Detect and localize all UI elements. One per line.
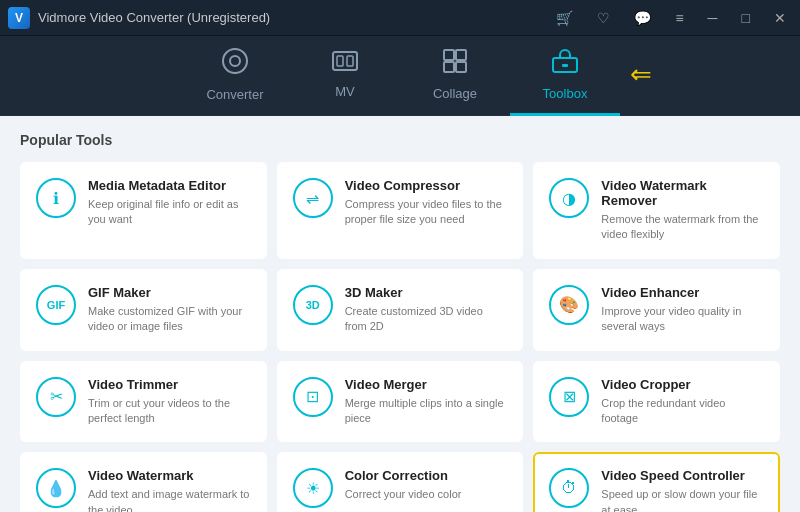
tool-name-media-metadata-editor: Media Metadata Editor	[88, 178, 251, 193]
tools-grid: ℹ Media Metadata Editor Keep original fi…	[20, 162, 780, 512]
tool-desc-video-compressor: Compress your video files to the proper …	[345, 197, 508, 228]
svg-rect-6	[456, 50, 466, 60]
mv-icon	[331, 50, 359, 78]
nav-collage[interactable]: Collage	[400, 36, 510, 116]
section-title: Popular Tools	[20, 132, 780, 148]
tool-desc-video-speed-controller: Speed up or slow down your file at ease	[601, 487, 764, 512]
tool-color-correction[interactable]: ☀ Color Correction Correct your video co…	[277, 452, 524, 512]
tool-desc-video-enhancer: Improve your video quality in several wa…	[601, 304, 764, 335]
nav-toolbox-label: Toolbox	[543, 86, 588, 101]
nav-mv-label: MV	[335, 84, 355, 99]
3d-maker-icon: 3D	[293, 285, 333, 325]
tool-desc-video-merger: Merge multiple clips into a single piece	[345, 396, 508, 427]
title-bar-controls: 🛒 ♡ 💬 ≡ ─ □ ✕	[550, 8, 792, 28]
close-icon[interactable]: ✕	[768, 8, 792, 28]
maximize-icon[interactable]: □	[736, 8, 756, 28]
tool-desc-video-watermark: Add text and image watermark to the vide…	[88, 487, 251, 512]
svg-rect-4	[347, 56, 353, 66]
tool-video-speed-controller[interactable]: ⏱ Video Speed Controller Speed up or slo…	[533, 452, 780, 512]
video-enhancer-icon: 🎨	[549, 285, 589, 325]
nav-toolbox[interactable]: Toolbox ⇐	[510, 36, 620, 116]
tool-name-video-speed-controller: Video Speed Controller	[601, 468, 764, 483]
tool-desc-video-trimmer: Trim or cut your videos to the perfect l…	[88, 396, 251, 427]
main-content: Popular Tools ℹ Media Metadata Editor Ke…	[0, 116, 800, 512]
tool-video-merger[interactable]: ⊡ Video Merger Merge multiple clips into…	[277, 361, 524, 443]
tool-gif-maker[interactable]: GIF GIF Maker Make customized GIF with y…	[20, 269, 267, 351]
menu-icon[interactable]: ≡	[669, 8, 689, 28]
nav-collage-label: Collage	[433, 86, 477, 101]
minimize-icon[interactable]: ─	[702, 8, 724, 28]
video-speed-controller-icon: ⏱	[549, 468, 589, 508]
nav-mv[interactable]: MV	[290, 36, 400, 116]
cart-icon[interactable]: 🛒	[550, 8, 579, 28]
tool-desc-media-metadata-editor: Keep original file info or edit as you w…	[88, 197, 251, 228]
app-title: Vidmore Video Converter (Unregistered)	[38, 10, 270, 25]
tool-desc-gif-maker: Make customized GIF with your video or i…	[88, 304, 251, 335]
video-watermark-remover-icon: ◑	[549, 178, 589, 218]
svg-rect-8	[456, 62, 466, 72]
collage-icon	[442, 48, 468, 80]
media-metadata-editor-icon: ℹ	[36, 178, 76, 218]
tool-name-video-trimmer: Video Trimmer	[88, 377, 251, 392]
top-nav: Converter MV Collage	[0, 36, 800, 116]
tool-video-watermark[interactable]: 💧 Video Watermark Add text and image wat…	[20, 452, 267, 512]
nav-converter-label: Converter	[206, 87, 263, 102]
tool-name-video-merger: Video Merger	[345, 377, 508, 392]
tool-video-enhancer[interactable]: 🎨 Video Enhancer Improve your video qual…	[533, 269, 780, 351]
tool-name-video-watermark: Video Watermark	[88, 468, 251, 483]
nav-converter[interactable]: Converter	[180, 36, 290, 116]
tool-name-gif-maker: GIF Maker	[88, 285, 251, 300]
video-watermark-icon: 💧	[36, 468, 76, 508]
svg-point-0	[223, 49, 247, 73]
toolbox-icon	[551, 48, 579, 80]
tool-name-3d-maker: 3D Maker	[345, 285, 508, 300]
tool-name-video-enhancer: Video Enhancer	[601, 285, 764, 300]
title-bar: V Vidmore Video Converter (Unregistered)…	[0, 0, 800, 36]
tool-media-metadata-editor[interactable]: ℹ Media Metadata Editor Keep original fi…	[20, 162, 267, 259]
title-bar-left: V Vidmore Video Converter (Unregistered)	[8, 7, 270, 29]
tool-name-video-compressor: Video Compressor	[345, 178, 508, 193]
video-cropper-icon: ⊠	[549, 377, 589, 417]
video-merger-icon: ⊡	[293, 377, 333, 417]
tool-desc-color-correction: Correct your video color	[345, 487, 508, 502]
arrow-icon: ⇐	[630, 59, 652, 90]
converter-icon	[221, 47, 249, 81]
gif-maker-icon: GIF	[36, 285, 76, 325]
tool-video-cropper[interactable]: ⊠ Video Cropper Crop the redundant video…	[533, 361, 780, 443]
svg-rect-5	[444, 50, 454, 60]
svg-point-1	[230, 56, 240, 66]
video-compressor-icon: ⇌	[293, 178, 333, 218]
tool-video-trimmer[interactable]: ✂ Video Trimmer Trim or cut your videos …	[20, 361, 267, 443]
video-trimmer-icon: ✂	[36, 377, 76, 417]
tool-desc-video-watermark-remover: Remove the watermark from the video flex…	[601, 212, 764, 243]
svg-rect-10	[562, 64, 568, 67]
tool-desc-video-cropper: Crop the redundant video footage	[601, 396, 764, 427]
user-icon[interactable]: ♡	[591, 8, 616, 28]
tool-3d-maker[interactable]: 3D 3D Maker Create customized 3D video f…	[277, 269, 524, 351]
svg-rect-7	[444, 62, 454, 72]
tool-desc-3d-maker: Create customized 3D video from 2D	[345, 304, 508, 335]
tool-name-video-cropper: Video Cropper	[601, 377, 764, 392]
color-correction-icon: ☀	[293, 468, 333, 508]
tool-name-color-correction: Color Correction	[345, 468, 508, 483]
app-logo: V	[8, 7, 30, 29]
tool-video-watermark-remover[interactable]: ◑ Video Watermark Remover Remove the wat…	[533, 162, 780, 259]
tool-video-compressor[interactable]: ⇌ Video Compressor Compress your video f…	[277, 162, 524, 259]
svg-rect-3	[337, 56, 343, 66]
chat-icon[interactable]: 💬	[628, 8, 657, 28]
tool-name-video-watermark-remover: Video Watermark Remover	[601, 178, 764, 208]
